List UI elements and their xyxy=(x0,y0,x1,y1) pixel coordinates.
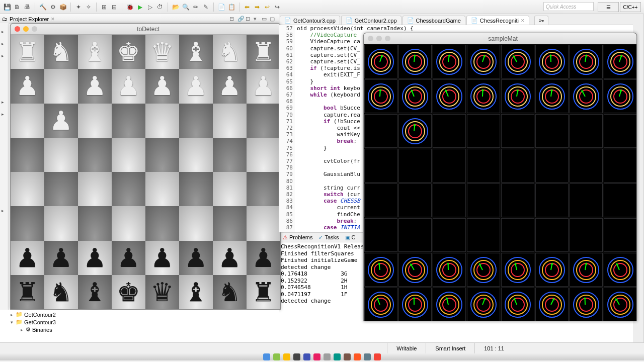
todetect-titlebar[interactable]: toDetect xyxy=(11,24,280,35)
todetect-title: toDetect xyxy=(20,26,276,33)
chessboard-image: ♜♞♝♚♛♝♞♜♟♟♟♟♟♟♟♟♟♟♟♟♟♟♟♟♜♞♝♚♛♝♞♜ xyxy=(11,35,280,309)
focus-icon[interactable]: ⊡ xyxy=(246,16,253,23)
collapse-icon[interactable]: ⊟ xyxy=(229,16,236,23)
samplemat-image xyxy=(364,44,636,321)
print-icon[interactable]: 🖶 xyxy=(23,3,31,11)
tasks-tab[interactable]: ✓Tasks xyxy=(316,234,341,241)
save-all-icon[interactable]: 🗎 xyxy=(13,3,21,11)
min-icon[interactable]: ▭ xyxy=(262,16,269,23)
samplemat-title: sampleMat xyxy=(373,35,632,42)
max-icon[interactable]: ▢ xyxy=(270,16,277,23)
project-explorer-tab[interactable]: 🗂 Project Explorer ✕ ⊟ 🔗 ⊡ ▾ ▭ ▢ xyxy=(0,14,279,24)
new2-icon[interactable]: ✧ xyxy=(85,3,93,11)
hist-fwd-icon[interactable]: ↪ xyxy=(273,3,281,11)
back-icon[interactable]: ⬅ xyxy=(243,3,251,11)
console-tab[interactable]: ▣C xyxy=(343,234,358,241)
tab-chessboardgame[interactable]: 📄ChessboardGame xyxy=(403,16,465,25)
samplemat-titlebar[interactable]: sampleMat xyxy=(364,33,636,44)
cpp-perspective-button[interactable]: C/C++ xyxy=(620,2,641,12)
status-position: 101 : 11 xyxy=(474,343,513,353)
console-icon: ▣ xyxy=(345,234,350,241)
explorer-icon: 🗂 xyxy=(2,16,8,22)
dock xyxy=(0,353,644,360)
more-tabs-button[interactable]: »₂ xyxy=(534,16,548,25)
sheet-icon[interactable]: 📄 xyxy=(217,3,225,11)
perspective-icon[interactable]: ☰ xyxy=(598,2,619,12)
tree-item-binaries[interactable]: ▸⚙Binaries xyxy=(2,326,277,333)
tree-item-getcontour2[interactable]: ▸📁GetContour2 xyxy=(2,311,277,318)
status-writable: Writable xyxy=(387,343,426,353)
tab-getcontour2-cpp[interactable]: 📄GetContour2.cpp xyxy=(341,16,401,25)
hammer-icon[interactable]: ⚙ xyxy=(49,3,57,11)
close-dot-icon[interactable] xyxy=(368,36,373,41)
sheet2-icon[interactable]: 📋 xyxy=(227,3,235,11)
fwd-icon[interactable]: ➡ xyxy=(253,3,261,11)
quick-access-input[interactable]: Quick Access xyxy=(543,2,594,11)
tgt-icon[interactable]: 📦 xyxy=(59,3,67,11)
link-icon[interactable]: 🔗 xyxy=(237,16,245,23)
status-bar: Writable Smart Insert 101 : 11 xyxy=(0,342,644,353)
tree-gutter: ▸▸▸ ▸▸ ▸ xyxy=(0,23,9,342)
close-dot-icon[interactable] xyxy=(15,26,20,32)
menu-icon[interactable]: ▾ xyxy=(254,16,261,23)
main-toolbar: 💾 🗎 🖶 🔨 ⚙ 📦 ✦ ✧ ⊞ ⊟ 🐞 ▶ ▷ ⏱ 📂 🔍 ✏ ✎ 📄 📋 … xyxy=(0,0,644,14)
close-icon[interactable]: ✕ xyxy=(51,17,55,22)
build-icon[interactable]: 🔨 xyxy=(39,3,47,11)
wand-icon[interactable]: ✏ xyxy=(192,3,200,11)
cfg-icon[interactable]: ⊞ xyxy=(100,3,108,11)
warn-icon: ⚠ xyxy=(283,234,288,241)
project-explorer-label: Project Explorer xyxy=(10,16,49,22)
run-ext-icon[interactable]: ▷ xyxy=(146,3,154,11)
status-insert: Smart Insert xyxy=(426,343,474,353)
new-icon[interactable]: ✦ xyxy=(74,3,83,11)
hist-back-icon[interactable]: ↩ xyxy=(263,3,271,11)
save-icon[interactable]: 💾 xyxy=(3,3,11,11)
tab-getcontour3-cpp[interactable]: 📄GetContour3.cpp xyxy=(280,16,340,25)
line-gutter: 5758596061626364656667686970717273747576… xyxy=(279,25,295,232)
debug-icon[interactable]: 🐞 xyxy=(126,3,134,11)
search-icon[interactable]: 🔍 xyxy=(182,3,190,11)
tree-item-getcontour3[interactable]: ▾📁GetContour3 xyxy=(2,318,277,326)
profile-icon[interactable]: ⏱ xyxy=(156,3,164,11)
left-panel: 🗂 Project Explorer ✕ ⊟ 🔗 ⊡ ▾ ▭ ▢ ▸▸▸ ▸▸ … xyxy=(0,14,279,342)
samplemat-window: sampleMat xyxy=(363,33,637,321)
problems-tab[interactable]: ⚠Problems xyxy=(281,234,314,241)
folder-icon[interactable]: 📂 xyxy=(172,3,180,11)
todetect-window: toDetect ♜♞♝♚♛♝♞♜♟♟♟♟♟♟♟♟♟♟♟♟♟♟♟♟♜♞♝♚♛♝♞… xyxy=(10,23,281,310)
mark-icon[interactable]: ✎ xyxy=(202,3,210,11)
run-icon[interactable]: ▶ xyxy=(136,3,144,11)
task-icon: ✓ xyxy=(318,234,323,241)
project-tree[interactable]: ▸📁GetContour2▾📁GetContour3▸⚙Binaries xyxy=(0,310,279,342)
cfg2-icon[interactable]: ⊟ xyxy=(110,3,118,11)
editor-tabs: 📄GetContour3.cpp📄GetContour2.cpp📄Chessbo… xyxy=(279,14,633,25)
tab-chessrecogniti[interactable]: 📄ChessRecogniti✕ xyxy=(466,16,529,25)
